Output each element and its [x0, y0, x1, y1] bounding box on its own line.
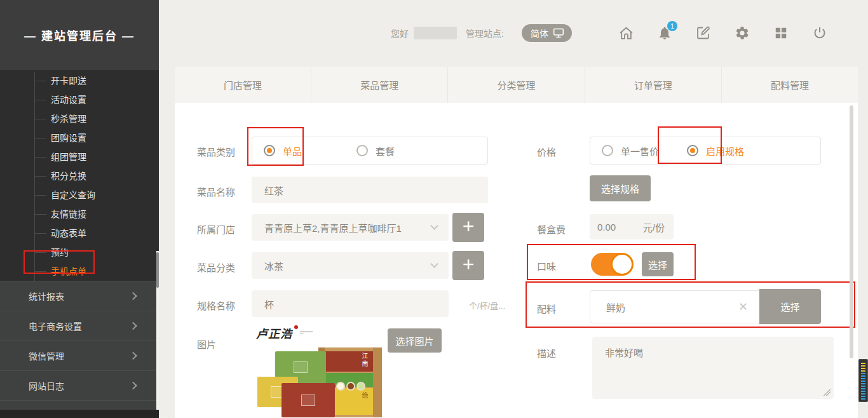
settings-gear-icon[interactable] — [734, 25, 750, 41]
sidebar-section-weixin[interactable]: 微信管理 — [0, 340, 159, 370]
radio-option-enable-spec[interactable]: 启用规格 — [687, 144, 744, 158]
content-panel: 门店管理 菜品管理 分类管理 订单管理 配料管理 菜品类别 单品 套餐 菜品名称… — [175, 67, 858, 418]
dish-class-select-value: 冰茶 — [264, 259, 283, 273]
sidebar-item-zidingyi[interactable]: 自定义查询 — [51, 185, 159, 205]
sidebar-bottom-strip — [0, 410, 159, 418]
crate-text: 绝 — [360, 392, 369, 400]
radio-option-single[interactable]: 单品 — [264, 144, 302, 158]
notifications-bell-icon[interactable]: 1 — [656, 25, 673, 41]
tab-dish-management[interactable]: 菜品管理 — [311, 67, 447, 103]
app-logo: — 建站管理后台 — — [0, 0, 159, 70]
edit-icon[interactable] — [695, 25, 712, 41]
sidebar-item-tuangou[interactable]: 团购设置 — [51, 128, 159, 147]
ingredient-label: 配料 — [537, 302, 556, 315]
tab-store-management[interactable]: 门店管理 — [175, 67, 311, 103]
sidebar-section-wangzhanrizhi[interactable]: 网站日志 — [0, 370, 159, 400]
price-radio-group: 单一售价 启用规格 — [590, 137, 821, 165]
store-select-value: 青青原上草2,青青原上草咖啡厅1 — [264, 221, 402, 234]
dish-category-radio-group: 单品 套餐 — [252, 137, 488, 165]
radio-selected-icon — [264, 145, 275, 156]
section-label: 网站日志 — [29, 379, 64, 392]
sidebar-item-shouji-diandan[interactable]: 手机点单 — [51, 262, 159, 281]
dish-category-label: 菜品类别 — [197, 145, 235, 158]
boxfee-label: 餐盒费 — [537, 222, 566, 236]
flavor-label: 口味 — [537, 259, 556, 273]
tab-order-management[interactable]: 订单管理 — [585, 67, 721, 103]
store-label: 所属门店 — [197, 222, 235, 236]
chevron-right-icon — [129, 322, 137, 330]
sidebar-item-jifen[interactable]: 积分兑换 — [51, 166, 159, 185]
choose-spec-button[interactable]: 选择规格 — [590, 175, 651, 201]
tab-ingredient-management[interactable]: 配料管理 — [721, 67, 858, 103]
manage-site-label: 管理站点: — [466, 27, 504, 39]
resize-grip[interactable] — [824, 389, 831, 396]
radio-unselected-icon — [602, 145, 613, 156]
brand-seal-dot — [294, 325, 298, 329]
sidebar-item-zutuan[interactable]: 组团管理 — [51, 147, 159, 166]
radio-option-single-price[interactable]: 单一售价 — [602, 144, 659, 158]
topbar: 您好 管理站点: 简体 1 — [159, 0, 868, 67]
brand-logo-subtext: ▬▬▬▬▬▪▪▪▪ — [300, 330, 313, 335]
description-textarea[interactable]: 非常好喝 — [592, 337, 834, 399]
dish-image-preview: 江南 绝 — [257, 345, 386, 418]
radio-option-combo[interactable]: 套餐 — [356, 144, 395, 158]
sidebar-item-youqing[interactable]: 友情链接 — [51, 205, 159, 224]
dish-name-label: 菜品名称 — [197, 185, 235, 198]
description-value: 非常好喝 — [605, 346, 643, 359]
sidebar-filler — [0, 400, 159, 410]
boxfee-unit: 元/份 — [643, 220, 665, 234]
chevron-down-icon — [430, 260, 438, 268]
flavor-toggle[interactable] — [591, 253, 632, 276]
tea-box-red — [281, 383, 335, 417]
chevron-right-icon — [129, 292, 137, 300]
content-scrollbar-thumb[interactable] — [850, 105, 853, 358]
username-redacted — [414, 27, 457, 39]
sidebar-section-dianzishangwu[interactable]: 电子商务设置 — [0, 311, 159, 340]
sidebar-item-kaika[interactable]: 开卡即送 — [51, 71, 159, 90]
store-select[interactable]: 青青原上草2,青青原上草咖啡厅1 — [252, 214, 449, 241]
choose-image-button[interactable]: 选择图片 — [388, 328, 442, 353]
power-icon[interactable] — [811, 25, 828, 41]
chevron-right-icon — [129, 352, 137, 360]
sidebar-item-yuyue[interactable]: 预约 — [51, 243, 159, 262]
ingredient-input[interactable]: 鲜奶 ✕ — [590, 290, 760, 323]
chevron-right-icon — [129, 382, 137, 390]
boxfee-input[interactable]: 0.00 元/份 — [590, 214, 674, 239]
add-class-button[interactable]: + — [452, 251, 484, 280]
radio-unselected-icon — [356, 145, 368, 156]
section-label: 微信管理 — [29, 349, 64, 362]
radio-label: 套餐 — [376, 144, 395, 158]
home-icon[interactable] — [618, 25, 634, 41]
sidebar-item-huodong[interactable]: 活动设置 — [51, 90, 159, 109]
sidebar-section-tongji[interactable]: 统计报表 — [0, 281, 159, 311]
dish-class-select[interactable]: 冰茶 — [252, 252, 449, 279]
language-button-label: 简体 — [531, 27, 548, 39]
image-label: 图片 — [197, 337, 216, 351]
apps-grid-icon[interactable] — [773, 25, 789, 41]
corner-minimap-widget — [858, 359, 868, 402]
language-button[interactable]: 简体 — [522, 24, 572, 42]
radio-label: 单一售价 — [621, 144, 659, 158]
minimap-stripes — [861, 363, 865, 400]
sidebar-item-miaosha[interactable]: 秒杀管理 — [51, 109, 159, 128]
sidebar-sections: 统计报表 电子商务设置 微信管理 网站日志 — [0, 281, 159, 400]
add-store-button[interactable]: + — [452, 213, 484, 242]
dish-name-input[interactable]: 红茶 — [252, 177, 488, 203]
radio-label: 单品 — [283, 144, 302, 158]
sidebar-item-dongtai[interactable]: 动态表单 — [51, 224, 159, 243]
spec-name-input[interactable]: 杯 — [252, 290, 449, 317]
sidebar-scrollbar-thumb[interactable] — [156, 252, 159, 288]
spec-name-hint: 个/杯/盘... — [469, 299, 505, 311]
radio-selected-icon — [687, 145, 698, 156]
notification-badge: 1 — [667, 21, 677, 31]
brand-logo-text: 卢正浩 — [256, 325, 292, 341]
clear-x-icon[interactable]: ✕ — [738, 300, 748, 314]
tab-bar: 门店管理 菜品管理 分类管理 订单管理 配料管理 — [175, 67, 858, 103]
brand-logo: 卢正浩 ▬▬▬▬▬▪▪▪▪ — [256, 325, 313, 341]
app-title: — 建站管理后台 — — [24, 27, 135, 43]
ingredient-choose-button[interactable]: 选择 — [759, 289, 821, 324]
radio-label: 启用规格 — [706, 144, 744, 158]
section-label: 统计报表 — [29, 290, 64, 302]
tab-category-management[interactable]: 分类管理 — [447, 67, 584, 103]
flavor-choose-button[interactable]: 选择 — [642, 252, 674, 276]
